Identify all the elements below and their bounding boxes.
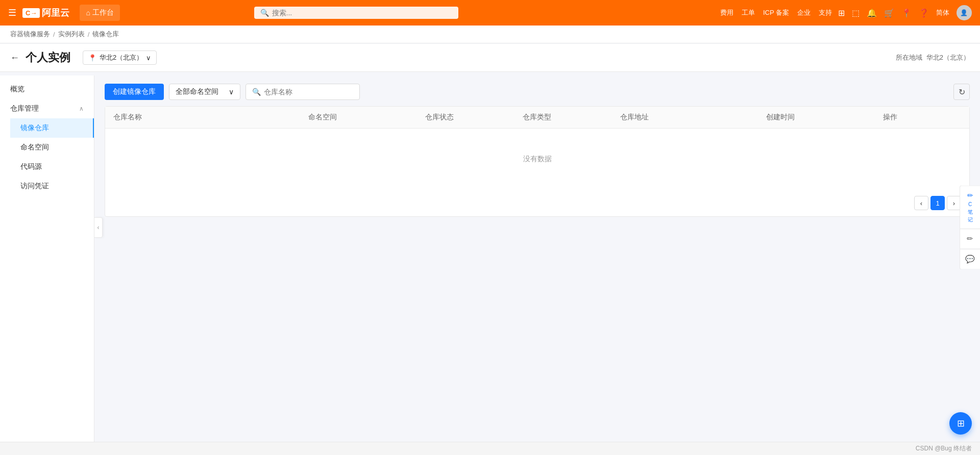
- top-navigation: ☰ C→ 阿里云 ⌂ 工作台 🔍 费用 工单 ICP 备案 企业 支持 ⊞ ⬚ …: [0, 0, 980, 26]
- col-created-time: 创建时间: [766, 113, 883, 122]
- prev-page-button[interactable]: ‹: [914, 196, 928, 210]
- toolbar: 创建镜像仓库 全部命名空间 ∨ 🔍 ↻: [105, 84, 970, 100]
- col-namespace: 命名空间: [308, 113, 425, 122]
- grid-icon[interactable]: ⊞: [838, 8, 845, 18]
- notification-icon[interactable]: 🔔: [867, 8, 877, 18]
- nav-link-enterprise[interactable]: 企业: [797, 8, 811, 17]
- search-input[interactable]: [272, 9, 452, 17]
- sidebar-item-image-repo[interactable]: 镜像仓库: [10, 118, 94, 138]
- cart-icon[interactable]: 🛒: [884, 8, 894, 18]
- edit-icon: ✏: [967, 235, 973, 244]
- sidebar-sub-items: 镜像仓库 命名空间 代码源 访问凭证: [0, 118, 94, 196]
- sidebar-item-namespace[interactable]: 命名空间: [10, 138, 94, 157]
- sidebar-item-access-credential[interactable]: 访问凭证: [10, 176, 94, 196]
- nav-link-support[interactable]: 支持: [819, 8, 832, 17]
- note-label: C: [968, 201, 972, 208]
- sidebar-label-access-credential: 访问凭证: [20, 182, 49, 191]
- right-tool-edit[interactable]: ✏: [960, 229, 980, 249]
- breadcrumb-item-list[interactable]: 实例列表: [58, 30, 85, 39]
- table-header: 仓库名称 命名空间 仓库状态 仓库类型 仓库地址 创建时间 操作: [105, 107, 969, 129]
- empty-text: 没有数据: [523, 155, 552, 164]
- chevron-left-icon: ‹: [97, 224, 100, 231]
- col-repo-name: 仓库名称: [113, 113, 308, 122]
- menu-icon[interactable]: ☰: [8, 7, 16, 18]
- breadcrumb-item-current: 镜像仓库: [92, 30, 119, 39]
- breadcrumb-sep-2: /: [88, 31, 90, 38]
- nav-link-fees[interactable]: 费用: [720, 8, 733, 17]
- page-title: 个人实例: [26, 50, 70, 65]
- region-selector[interactable]: 📍 华北2（北京） ∨: [83, 50, 157, 65]
- location-label: 所在地域: [896, 53, 922, 62]
- location-icon[interactable]: 📍: [901, 8, 912, 18]
- nav-icons: ⊞ ⬚ 🔔 🛒 📍 ❓ 简体 👤: [838, 5, 972, 20]
- sidebar-group-warehouse[interactable]: 仓库管理 ∧: [0, 99, 94, 118]
- pagination: ‹ 1 ›: [105, 190, 969, 216]
- col-address: 仓库地址: [620, 113, 766, 122]
- sidebar: 概览 仓库管理 ∧ 镜像仓库 命名空间 代码源 访问凭证: [0, 75, 94, 455]
- logo-text: 阿里云: [42, 7, 69, 19]
- page-header: ← 个人实例 📍 华北2（北京） ∨ 所在地域 华北2（北京）: [0, 44, 980, 72]
- region-icon: 📍: [88, 54, 96, 62]
- repo-search-wrap: 🔍: [246, 84, 360, 100]
- sidebar-label-image-repo: 镜像仓库: [20, 123, 49, 133]
- chevron-down-icon: ∨: [146, 54, 151, 62]
- monitor-icon[interactable]: ⬚: [852, 8, 860, 18]
- nav-link-icp[interactable]: ICP 备案: [763, 8, 789, 17]
- namespace-dropdown[interactable]: 全部命名空间 ∨: [169, 84, 240, 100]
- region-info: 所在地域 华北2（北京）: [896, 53, 970, 62]
- collapse-icon: ∧: [74, 105, 84, 112]
- sidebar-collapse-tab[interactable]: ‹: [94, 217, 103, 238]
- breadcrumb-item-service[interactable]: 容器镜像服务: [10, 30, 50, 39]
- page-1-button[interactable]: 1: [930, 196, 945, 210]
- breadcrumb-sep-1: /: [53, 31, 55, 38]
- float-action-button[interactable]: ⊞: [949, 412, 972, 435]
- workbench-label: 工作台: [92, 8, 114, 17]
- col-type: 仓库类型: [523, 113, 620, 122]
- region-label: 华北2（北京）: [100, 53, 143, 62]
- grid-icon: ⊞: [957, 418, 965, 429]
- breadcrumb: 容器镜像服务 / 实例列表 / 镜像仓库: [0, 26, 980, 43]
- location-value: 华北2（北京）: [926, 53, 970, 62]
- right-tool-chat[interactable]: 💬: [960, 249, 980, 270]
- back-arrow[interactable]: ←: [10, 53, 19, 63]
- right-tools: ✏ C 笔 记 ✏ 💬: [960, 185, 980, 269]
- col-status: 仓库状态: [425, 113, 523, 122]
- main-content: 创建镜像仓库 全部命名空间 ∨ 🔍 ↻ 仓库名称 命名空间 仓库状态 仓库类型 …: [94, 75, 980, 455]
- nav-link-ticket[interactable]: 工单: [742, 8, 755, 17]
- chat-icon: 💬: [965, 255, 975, 264]
- bottom-bar: CSDN @Bug 终结者: [0, 442, 980, 455]
- help-icon[interactable]: ❓: [919, 8, 929, 18]
- search-icon: 🔍: [252, 88, 261, 96]
- sidebar-label-warehouse-mgmt: 仓库管理: [10, 104, 39, 113]
- next-page-button[interactable]: ›: [947, 196, 961, 210]
- namespace-dropdown-label: 全部命名空间: [176, 87, 218, 96]
- repo-search-input[interactable]: [264, 88, 353, 96]
- sidebar-item-code-source[interactable]: 代码源: [10, 157, 94, 176]
- sidebar-label-namespace: 命名空间: [20, 143, 49, 152]
- logo: C→ 阿里云: [22, 7, 69, 19]
- logo-box: C→: [22, 8, 40, 18]
- avatar[interactable]: 👤: [957, 5, 972, 20]
- bottom-text: CSDN @Bug 终结者: [916, 445, 972, 452]
- sidebar-label-code-source: 代码源: [20, 162, 42, 171]
- main-layout: 概览 仓库管理 ∧ 镜像仓库 命名空间 代码源 访问凭证 ‹ 创建镜: [0, 75, 980, 455]
- chevron-down-icon: ∨: [229, 88, 234, 96]
- right-tool-note[interactable]: ✏ C 笔 记: [960, 185, 980, 229]
- note-label3: 记: [968, 217, 973, 223]
- toolbar-right: ↻: [953, 84, 970, 100]
- col-actions: 操作: [883, 113, 961, 122]
- global-search[interactable]: 🔍: [254, 7, 458, 19]
- data-table: 仓库名称 命名空间 仓库状态 仓库类型 仓库地址 创建时间 操作 没有数据 ‹ …: [105, 106, 970, 217]
- sidebar-item-overview[interactable]: 概览: [0, 80, 94, 99]
- note-icon: ✏: [967, 191, 973, 200]
- sidebar-label-overview: 概览: [10, 85, 24, 94]
- table-body: 没有数据: [105, 129, 969, 190]
- note-label2: 笔: [968, 209, 973, 216]
- create-repo-button[interactable]: 创建镜像仓库: [105, 84, 164, 100]
- workbench-button[interactable]: ⌂ 工作台: [80, 5, 119, 21]
- language-label[interactable]: 简体: [936, 8, 949, 17]
- nav-links: 费用 工单 ICP 备案 企业 支持: [720, 8, 832, 17]
- workbench-icon: ⌂: [86, 9, 90, 17]
- search-icon: 🔍: [260, 9, 269, 17]
- refresh-button[interactable]: ↻: [953, 84, 970, 100]
